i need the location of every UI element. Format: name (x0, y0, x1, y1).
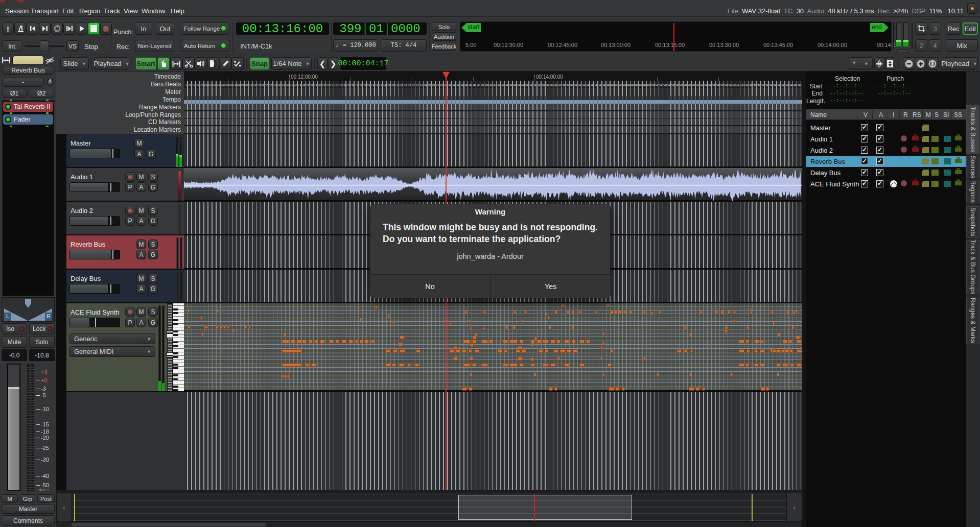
svg-text:487: 487 (798, 83, 802, 87)
